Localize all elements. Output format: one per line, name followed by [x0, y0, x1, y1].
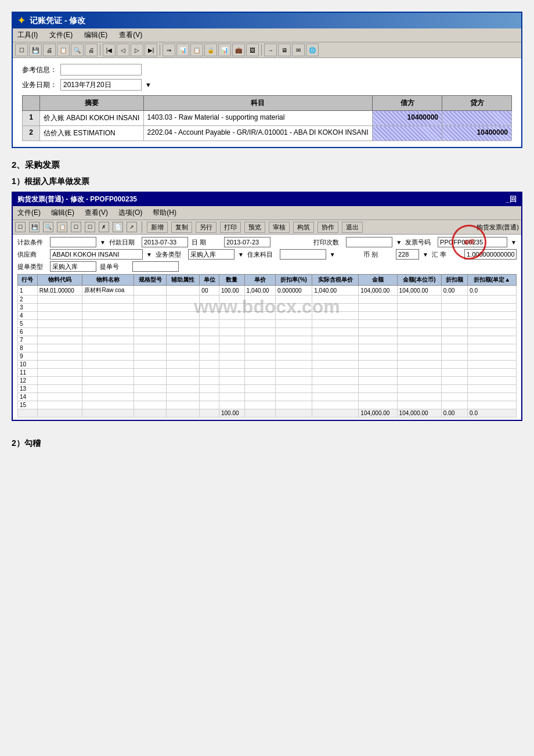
tb-list[interactable]: 📋 [190, 44, 203, 56]
tb-email[interactable]: ✉ [292, 44, 305, 56]
address-label: 住来科目 [247, 250, 276, 259]
ptb-icon-save[interactable]: 💾 [29, 222, 39, 232]
pm-edit[interactable]: 编辑(E) [49, 207, 77, 218]
reference-row: 参考信息： [22, 64, 512, 75]
menu-edit[interactable]: 编辑(E) [82, 30, 110, 41]
ptb-icon-doc[interactable]: 📄 [113, 222, 123, 232]
tb-last[interactable]: ▶| [145, 44, 157, 56]
sub-heading-2: 2）勾稽 [12, 433, 522, 455]
col-credit: 贷方 [442, 96, 512, 111]
tb-lock[interactable]: 🔒 [204, 44, 217, 56]
tb-print3[interactable]: 🖨 [85, 44, 98, 56]
tb-screen[interactable]: 🖥 [278, 44, 291, 56]
prow-empty: 11 [18, 369, 517, 377]
prow-empty: 14 [18, 393, 517, 401]
pf-icon6[interactable]: ▼ [330, 251, 335, 258]
tb-net[interactable]: 🌐 [306, 44, 319, 56]
tb-save[interactable]: 💾 [29, 44, 42, 56]
pf-icon5[interactable]: ▼ [238, 251, 244, 258]
print-count-label: 打印次数 [313, 238, 342, 247]
tb-arrow1[interactable]: ⇒ [163, 44, 175, 56]
pf-icon4[interactable]: ▼ [146, 251, 152, 258]
ptb-icon-export[interactable]: ↗ [127, 222, 137, 232]
journal-table: 摘要 科目 借方 贷方 1 价入账 ABADI KOKOH INSANI 140… [22, 95, 512, 141]
prow-empty: 4 [18, 312, 517, 320]
btn-copy[interactable]: 复制 [171, 222, 192, 233]
prow-empty: 12 [18, 377, 517, 385]
menu-tools[interactable]: 工具(I) [15, 30, 40, 41]
pr1-unit: 00 [200, 286, 219, 296]
btn-cooperate[interactable]: 协作 [317, 222, 338, 233]
ptb-icon-copy[interactable]: 📋 [57, 222, 67, 232]
ptb-icon-cross[interactable]: ✗ [99, 222, 109, 232]
reference-input[interactable] [60, 64, 142, 75]
prow-empty: 7 [18, 336, 517, 344]
pcol-code: 物料代码 [37, 275, 82, 286]
account-input[interactable] [50, 237, 96, 247]
order-no-input[interactable] [132, 261, 179, 272]
pm-file[interactable]: 文件(E) [15, 207, 43, 218]
business-date-input[interactable] [60, 79, 142, 91]
pm-options[interactable]: 选项(O) [116, 207, 145, 218]
menu-file[interactable]: 文件(E) [47, 30, 75, 41]
currency-input[interactable] [396, 249, 419, 260]
tb-doc[interactable]: 📊 [176, 44, 189, 56]
ptb-icon-search[interactable]: 🔍 [43, 222, 53, 232]
reference-label: 参考信息： [22, 65, 57, 75]
menu-view[interactable]: 查看(V) [117, 30, 145, 41]
tb-prev[interactable]: ◁ [117, 44, 129, 56]
pcol-name: 物料名称 [82, 275, 134, 286]
date-dropdown-icon[interactable]: ▼ [145, 81, 151, 88]
col-num [23, 96, 40, 111]
tb-new[interactable]: ☐ [15, 44, 28, 56]
btn-add[interactable]: 新增 [147, 222, 168, 233]
tb-next[interactable]: ▷ [131, 44, 143, 56]
total-amount: 104,000.00 [359, 409, 397, 417]
order-type-input[interactable] [50, 261, 96, 272]
row1-subject: 1403.03 - Raw Material - supporting mate… [143, 111, 372, 126]
tb-image[interactable]: 🖼 [246, 44, 259, 56]
ptb-icon-new[interactable]: ☐ [15, 222, 26, 232]
btn-construct[interactable]: 构筑 [293, 222, 314, 233]
ptb-icon-blank1[interactable]: ☐ [71, 222, 81, 232]
tb-search[interactable]: 🔍 [71, 44, 84, 56]
tb-print2[interactable]: 🖨 [43, 44, 56, 56]
tb-brief[interactable]: 💼 [232, 44, 245, 56]
tb-chart[interactable]: 📊 [218, 44, 231, 56]
tb-first[interactable]: |◀ [103, 44, 116, 56]
total-disc-amt: 0.00 [441, 409, 467, 417]
btn-other[interactable]: 另行 [196, 222, 217, 233]
pm-help[interactable]: 帮助(H) [150, 207, 179, 218]
tb-arrow2[interactable]: → [264, 44, 277, 56]
row1-credit [442, 111, 512, 126]
supplier-input[interactable] [50, 249, 143, 260]
print-count-input[interactable] [346, 237, 392, 247]
pr1-disc-fixed: 0.0 [468, 286, 517, 296]
pf-icon1[interactable]: ▼ [100, 239, 106, 246]
pr1-actual-price: 1,040.00 [312, 286, 359, 296]
date-input[interactable] [224, 237, 270, 247]
sep2 [160, 44, 160, 56]
pr1-attr [167, 286, 200, 296]
pm-view[interactable]: 查看(V) [82, 207, 110, 218]
pcol-discount: 折扣率(%) [275, 275, 312, 286]
pcol-price: 单价 [244, 275, 275, 286]
pf-icon3[interactable]: ▼ [511, 239, 517, 246]
address-input[interactable] [280, 249, 326, 260]
prow-empty: 3 [18, 304, 517, 312]
supplier-label: 供应商 [17, 250, 46, 259]
ptb-icon-blank2[interactable]: ☐ [85, 222, 95, 232]
btn-print[interactable]: 打印 [220, 222, 241, 233]
btn-preview[interactable]: 预览 [244, 222, 265, 233]
pf-icon2[interactable]: ▼ [396, 239, 402, 246]
business-type-input[interactable] [188, 249, 234, 260]
pf-icon7[interactable]: ▼ [423, 251, 428, 258]
purchase-close[interactable]: _回 [506, 195, 517, 204]
tb-copy[interactable]: 📋 [57, 44, 70, 56]
sub-heading-1: 1）根据入库单做发票 [12, 177, 522, 187]
payment-date-input[interactable] [142, 237, 188, 247]
btn-audit[interactable]: 审核 [269, 222, 290, 233]
btn-exit[interactable]: 退出 [342, 222, 363, 233]
journal-content: 参考信息： 业务日期： ▼ 摘要 科目 借方 贷方 1 价入账 AB [13, 58, 521, 147]
pr1-disc-amt: 0.00 [441, 286, 467, 296]
